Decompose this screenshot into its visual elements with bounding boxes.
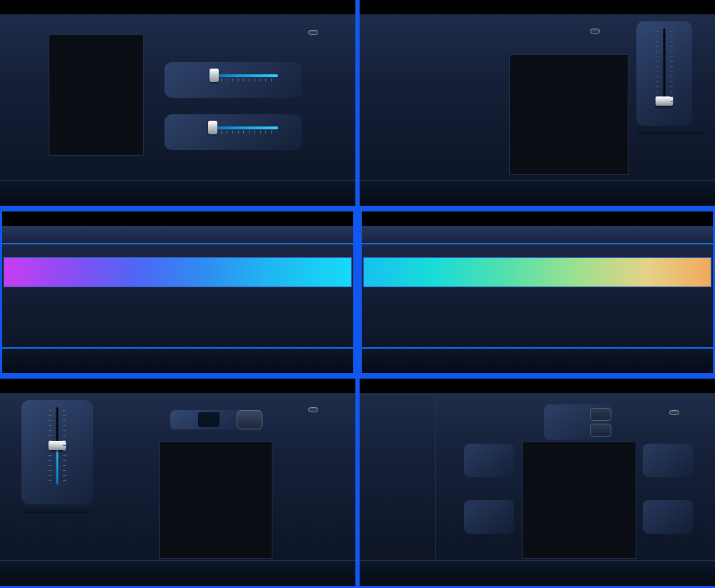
- car-speakers-image: [49, 34, 144, 156]
- status-bar: [2, 211, 353, 226]
- grid4-icon: [171, 73, 187, 88]
- panel-bass-filter: [0, 0, 355, 206]
- delay-rear-left[interactable]: [464, 500, 514, 534]
- filter-freq-slider[interactable]: [208, 68, 279, 92]
- slider-thumb[interactable]: [209, 69, 219, 82]
- slider-thumb[interactable]: [49, 441, 66, 450]
- car-balance-image[interactable]: [159, 442, 272, 559]
- default-button[interactable]: [590, 29, 600, 34]
- bottom-tab-bar: [2, 347, 353, 373]
- status-bar: [0, 0, 355, 14]
- subwoofer-gain-track[interactable]: [48, 406, 66, 486]
- default-button[interactable]: [308, 407, 318, 412]
- slider-ticks: [210, 131, 277, 134]
- slider-thumb[interactable]: [208, 121, 217, 134]
- delay-clock-icon: [548, 410, 558, 419]
- panel-eq-high: [360, 211, 715, 373]
- status-bar: [0, 379, 355, 393]
- panel-sound: [360, 0, 715, 206]
- slider-thumb[interactable]: [656, 96, 674, 106]
- panel-surround: [360, 379, 715, 586]
- bottom-tab-bar: [360, 560, 715, 586]
- screen-grid: [0, 0, 715, 588]
- status-bar: [360, 0, 715, 14]
- filter-slider-card-front: [164, 62, 302, 98]
- subwoofer-gain-card: [21, 400, 93, 504]
- speaker-min-icon: [192, 76, 203, 84]
- bass-boost-track[interactable]: [655, 27, 674, 107]
- bottom-tab-bar: [360, 180, 715, 206]
- spectrum-gradient-bar: [4, 257, 352, 287]
- status-bar: [362, 211, 713, 226]
- slider-track: [209, 126, 278, 129]
- master-level-stepper: [170, 410, 247, 429]
- delay-plus-button[interactable]: [590, 408, 611, 421]
- status-bar: [360, 379, 715, 393]
- master-phase-button[interactable]: [237, 410, 262, 429]
- speaker-max-icon: [284, 128, 295, 136]
- bass-boost-freq-picker: [636, 129, 706, 134]
- filter-freq-slider[interactable]: [208, 120, 279, 144]
- crosshair-icon: [171, 125, 187, 140]
- bass-boost-slider: [638, 27, 691, 107]
- default-button[interactable]: [669, 410, 679, 415]
- delay-front-left[interactable]: [464, 444, 514, 477]
- speaker-max-icon: [284, 76, 295, 84]
- slider-ticks: [210, 79, 277, 81]
- bottom-tab-bar: [0, 560, 355, 586]
- delay-minus-button[interactable]: [590, 424, 611, 437]
- car-delay-image[interactable]: [522, 442, 636, 559]
- slider-track: [209, 74, 278, 77]
- phase-icon: [242, 415, 257, 424]
- eq-axis-labels: [363, 288, 373, 324]
- speaker-min-icon: [192, 128, 203, 136]
- spectrum-gradient-bar: [363, 257, 711, 287]
- bass-boost-card: [636, 21, 692, 126]
- bottom-tab-bar: [0, 180, 355, 206]
- delay-front-right[interactable]: [643, 444, 693, 477]
- bottom-tab-bar: [362, 347, 713, 373]
- eq-mode-tabs: [2, 226, 353, 244]
- eq-axis-labels: [4, 288, 14, 324]
- delay-rear-right[interactable]: [643, 500, 693, 534]
- subwoofer-freq-picker: [21, 507, 93, 513]
- sound-settings-list: [360, 14, 480, 180]
- filter-slider-card-sub: [164, 114, 302, 150]
- listen-mode-list: [360, 396, 436, 559]
- panel-eq-low: [0, 211, 355, 373]
- subwoofer-gain-slider: [23, 406, 92, 486]
- level-value: [198, 412, 220, 427]
- car-speakers-image: [509, 54, 628, 175]
- default-button[interactable]: [308, 30, 318, 35]
- eq-mode-tabs: [362, 226, 713, 244]
- distance-arrow-icon: [548, 426, 558, 435]
- master-delay-card: [544, 404, 613, 440]
- panel-balance: [0, 379, 355, 586]
